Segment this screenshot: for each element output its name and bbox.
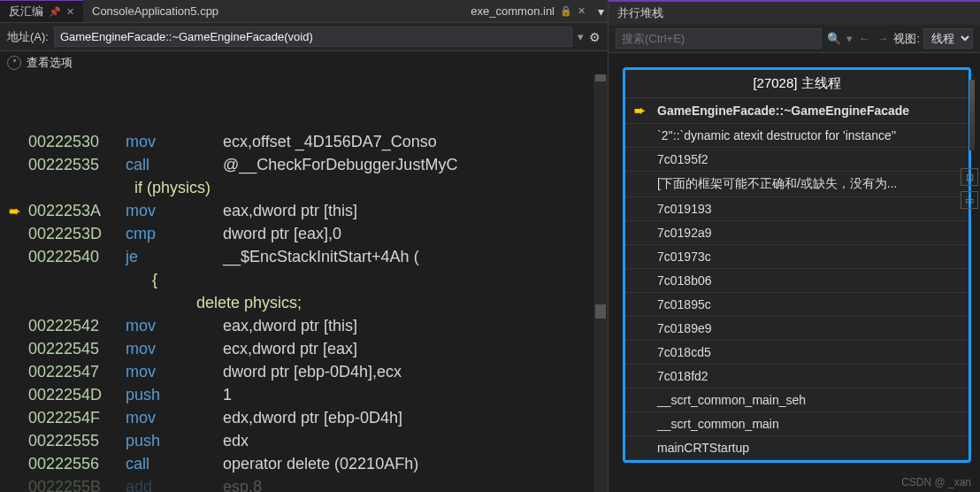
frame-label: 7c01973c	[657, 250, 711, 264]
frame-label: 7c0195f2	[657, 152, 708, 166]
stack-frame[interactable]: ➨GameEngineFacade::~GameEngineFacade	[625, 98, 969, 124]
disasm-line[interactable]: 0022253Dcmpdword ptr [eax],0	[0, 222, 608, 245]
frame-label: __scrt_common_main	[657, 417, 779, 431]
stack-frame[interactable]: [下面的框架可能不正确和/或缺失，没有为...	[625, 172, 969, 197]
disasm-line[interactable]: delete physics;	[0, 291, 608, 314]
disasm-line[interactable]: {	[0, 268, 608, 291]
stack-frame[interactable]: 7c01973c	[625, 245, 969, 269]
frame-label: 7c018b06	[657, 273, 712, 288]
opcode: cmp	[126, 225, 223, 243]
stack-frame[interactable]: 7c0195f2	[625, 148, 969, 172]
stack-frame[interactable]: __scrt_common_main_seh	[625, 388, 969, 412]
stack-frame[interactable]: 7c018b06	[625, 269, 969, 293]
opcode: je	[126, 248, 223, 266]
close-icon[interactable]: ✕	[578, 5, 586, 17]
operands: operator delete (02210AFh)	[223, 455, 608, 473]
operands: edx	[223, 432, 608, 450]
tab-label: 反汇编	[9, 4, 43, 19]
stack-frame[interactable]: mainCRTStartup	[625, 436, 969, 460]
address-label: 地址(A):	[7, 29, 49, 45]
address-input[interactable]	[54, 27, 572, 47]
frame-label: `2''::`dynamic atexit destructor for 'in…	[657, 128, 896, 142]
thread-box: [27028] 主线程 ➨GameEngineFacade::~GameEngi…	[623, 67, 971, 463]
address: 00222547	[28, 363, 126, 381]
disasm-line[interactable]: 0022255Baddesp,8	[0, 475, 608, 492]
options-label: 查看选项	[27, 55, 73, 71]
lock-icon: 🔒	[560, 5, 572, 17]
opcode: mov	[126, 133, 223, 151]
stack-frame[interactable]: 7c018fd2	[625, 365, 969, 388]
chevron-down-icon[interactable]: ▾	[594, 4, 608, 19]
nav-back-icon[interactable]: ←	[858, 32, 869, 45]
address: 0022254D	[28, 386, 126, 404]
operands: dword ptr [eax],0	[223, 225, 608, 243]
left-tab-bar: 反汇编 📌 ✕ ConsoleApplication5.cpp exe_comm…	[0, 0, 608, 23]
frame-label: 7c018fd2	[657, 369, 708, 383]
disasm-line[interactable]: 0022254Dpush1	[0, 383, 608, 406]
tab-exe-common[interactable]: exe_common.inl 🔒 ✕	[462, 0, 594, 23]
parallel-stacks-title: 并行堆栈	[609, 2, 980, 25]
options-row[interactable]: ˅ 查看选项	[0, 51, 608, 74]
dropdown-icon[interactable]: ▾	[578, 30, 584, 43]
gear-icon[interactable]: ⚙	[589, 30, 601, 44]
zoom-slider[interactable]	[969, 80, 975, 150]
address: 0022253D	[28, 225, 126, 243]
disasm-line[interactable]: 00222556calloperator delete (02210AFh)	[0, 452, 608, 475]
disasm-line[interactable]: 00222547movdword ptr [ebp-0D4h],ecx	[0, 360, 608, 383]
disasm-line[interactable]: 00222542moveax,dword ptr [this]	[0, 314, 608, 337]
search-icon[interactable]: 🔍	[827, 32, 841, 45]
tab-source-file[interactable]: ConsoleApplication5.cpp	[83, 0, 227, 23]
tab-disassembly[interactable]: 反汇编 📌 ✕	[0, 0, 83, 22]
disasm-line[interactable]: 00222535call@__CheckForDebuggerJustMyC	[0, 153, 608, 176]
disasm-line[interactable]: ➨0022253Amoveax,dword ptr [this]	[0, 199, 608, 222]
stack-frame[interactable]: 7c019193	[625, 197, 969, 221]
nav-forward-icon[interactable]: →	[877, 32, 888, 45]
disasm-line[interactable]: 00222540je__$EncStackInitStart+4Ah (	[0, 245, 608, 268]
stack-frame[interactable]: 7c01895c	[625, 293, 969, 317]
stack-frame[interactable]: 7c018cd5	[625, 341, 969, 365]
opcode: mov	[126, 202, 223, 220]
pin-icon[interactable]: 📌	[49, 6, 61, 18]
disasm-line[interactable]: 00222530movecx,offset _4D156DA7_Conso	[0, 130, 608, 153]
opcode: push	[126, 432, 223, 450]
opcode: call	[126, 455, 223, 473]
frame-label: [下面的框架可能不正确和/或缺失，没有为...	[657, 176, 897, 192]
operands: ecx,dword ptr [eax]	[223, 340, 608, 358]
search-input[interactable]	[616, 28, 822, 49]
operands: eax,dword ptr [this]	[223, 202, 608, 220]
operands: __$EncStackInitStart+4Ah (	[223, 248, 608, 266]
dropdown-icon[interactable]: ▾	[846, 32, 853, 45]
stack-frame[interactable]: 7c0192a9	[625, 221, 969, 245]
vertical-scrollbar[interactable]	[593, 74, 608, 492]
view-select[interactable]: 线程	[923, 28, 973, 49]
disasm-line[interactable]: 00222545movecx,dword ptr [eax]	[0, 337, 608, 360]
close-icon[interactable]: ✕	[66, 6, 74, 18]
address: 00222535	[28, 156, 126, 174]
operands: @__CheckForDebuggerJustMyC	[223, 156, 608, 174]
stack-frame[interactable]: `2''::`dynamic atexit destructor for 'in…	[625, 124, 969, 148]
autofit-icon[interactable]: ⊡	[961, 168, 978, 186]
stack-frame[interactable]: __scrt_common_main	[625, 412, 969, 436]
opcode: push	[126, 386, 223, 404]
stack-frame[interactable]: 7c0189e9	[625, 317, 969, 341]
stacks-canvas[interactable]: ⊡ ▭ [27028] 主线程 ➨GameEngineFacade::~Game…	[609, 53, 980, 492]
frame-label: 7c018cd5	[657, 345, 711, 359]
thread-header[interactable]: [27028] 主线程	[625, 70, 969, 98]
opcode: mov	[126, 363, 223, 381]
address: 0022255B	[28, 478, 126, 493]
disasm-line[interactable]: if (physics)	[0, 176, 608, 199]
address: 00222540	[28, 248, 126, 266]
opcode: mov	[126, 409, 223, 427]
watermark: CSDN @ _xan	[901, 476, 971, 488]
frame-label: __scrt_common_main_seh	[657, 393, 806, 407]
address: 00222542	[28, 317, 126, 335]
disasm-line[interactable]: 00222555pushedx	[0, 429, 608, 452]
chevron-down-icon[interactable]: ˅	[7, 56, 21, 70]
source-line: {	[28, 271, 157, 289]
overview-icon[interactable]: ▭	[961, 191, 978, 209]
operands: esp,8	[223, 478, 608, 493]
operands: ecx,offset _4D156DA7_Conso	[223, 133, 608, 151]
disasm-line[interactable]: 0022254Fmovedx,dword ptr [ebp-0D4h]	[0, 406, 608, 429]
address-bar: 地址(A): ▾ ⚙	[0, 23, 608, 51]
address: 00222556	[28, 455, 126, 473]
